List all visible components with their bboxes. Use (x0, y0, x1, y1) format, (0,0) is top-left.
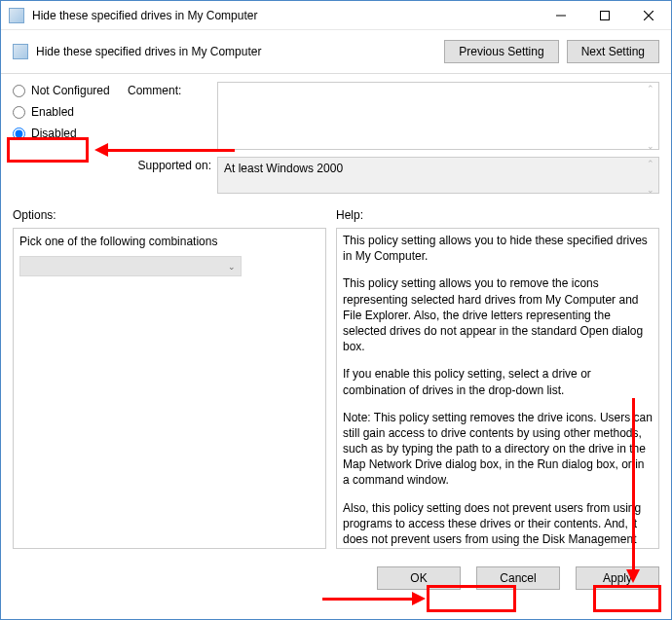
help-label: Help: (336, 208, 659, 222)
options-combo[interactable]: ⌄ (19, 256, 242, 276)
comment-textarea[interactable] (217, 82, 659, 150)
help-panel[interactable]: This policy setting allows you to hide t… (336, 228, 659, 549)
footer: OK Cancel Apply (1, 557, 671, 602)
policy-icon (13, 44, 28, 59)
comment-label: Comment: (128, 82, 217, 97)
window-title: Hide these specified drives in My Comput… (30, 9, 539, 22)
next-setting-button[interactable]: Next Setting (567, 40, 659, 63)
radio-not-configured[interactable]: Not Configured (13, 84, 128, 97)
settings-area: Not Configured Enabled Disabled Comment:… (1, 74, 671, 202)
window-controls (539, 1, 671, 29)
help-paragraph: This policy setting allows you to hide t… (343, 233, 653, 264)
radio-enabled[interactable]: Enabled (13, 105, 128, 119)
titlebar: Hide these specified drives in My Comput… (1, 1, 671, 30)
cancel-button[interactable]: Cancel (476, 566, 560, 590)
apply-button[interactable]: Apply (576, 566, 659, 590)
help-paragraph: Note: This policy setting removes the dr… (343, 410, 653, 489)
supported-label: Supported on: (128, 157, 217, 172)
dialog-window: Hide these specified drives in My Comput… (0, 0, 672, 620)
header: Hide these specified drives in My Comput… (1, 30, 671, 74)
radio-disabled[interactable]: Disabled (13, 127, 128, 140)
ok-button[interactable]: OK (377, 566, 461, 590)
options-panel: Pick one of the following combinations ⌄ (13, 228, 326, 549)
radio-not-configured-input[interactable] (13, 85, 25, 97)
radio-label: Enabled (31, 105, 74, 119)
svg-rect-1 (600, 11, 609, 19)
radio-label: Disabled (31, 127, 77, 140)
help-paragraph: If you enable this policy setting, selec… (343, 366, 653, 397)
supported-on-text (217, 157, 659, 194)
header-title: Hide these specified drives in My Comput… (36, 45, 261, 58)
close-button[interactable] (626, 1, 671, 29)
maximize-button[interactable] (582, 1, 626, 29)
previous-setting-button[interactable]: Previous Setting (444, 40, 558, 63)
options-text: Pick one of the following combinations (19, 235, 319, 248)
panels: Pick one of the following combinations ⌄… (1, 228, 671, 557)
state-radio-group: Not Configured Enabled Disabled (13, 82, 128, 140)
options-label: Options: (13, 208, 326, 222)
radio-enabled-input[interactable] (13, 106, 25, 119)
radio-label: Not Configured (31, 84, 110, 97)
minimize-button[interactable] (539, 1, 582, 29)
chevron-down-icon: ⌄ (223, 262, 241, 272)
panel-labels: Options: Help: (1, 202, 671, 228)
policy-icon (9, 8, 24, 23)
help-paragraph: Also, this policy setting does not preve… (343, 500, 653, 549)
help-paragraph: This policy setting allows you to remove… (343, 275, 653, 354)
radio-disabled-input[interactable] (13, 128, 25, 140)
